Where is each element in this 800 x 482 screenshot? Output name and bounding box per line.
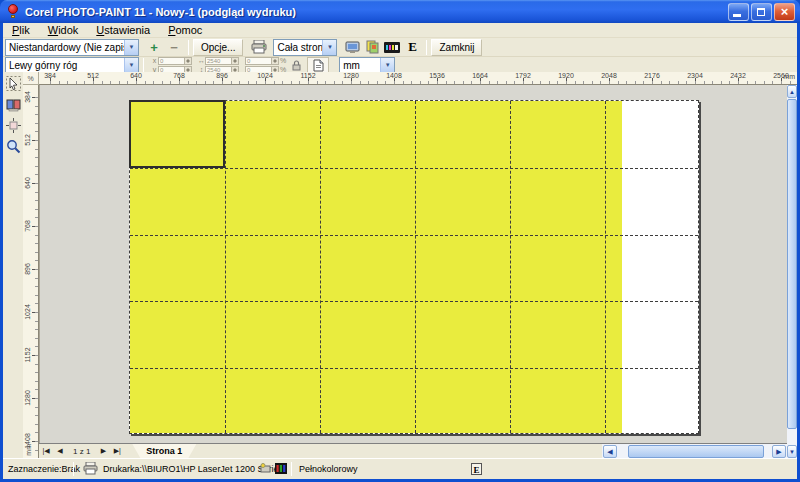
last-page-button[interactable]: ▶|: [110, 445, 124, 458]
width-field[interactable]: 2540: [205, 57, 232, 65]
lock-icon: [292, 60, 301, 71]
print-preview-toolbar: Niestandardowy (Nie zapisano usta... ▼ +…: [3, 38, 797, 57]
restore-button[interactable]: [751, 3, 772, 21]
marks-placement-tool[interactable]: [3, 115, 23, 136]
toolbar-separator: [143, 58, 144, 73]
page[interactable]: [129, 100, 699, 434]
ruler-origin-corner[interactable]: %: [23, 72, 39, 85]
vertical-scroll-thumb[interactable]: [787, 99, 797, 429]
menu-ustawienia[interactable]: Ustawienia: [87, 24, 159, 36]
minimize-icon: [733, 14, 741, 17]
minimize-button[interactable]: [728, 3, 749, 21]
print-button[interactable]: [249, 38, 269, 56]
ruler-label: 1792: [515, 72, 531, 79]
v-ruler: mm 3845126407688961024115212801408: [23, 85, 39, 458]
preview-color-toggle[interactable]: [362, 38, 382, 56]
app-icon: [6, 4, 21, 19]
profile-printer-icon: [259, 463, 272, 474]
scroll-down-icon[interactable]: ▼: [787, 445, 797, 458]
scale-x-spinner[interactable]: [272, 57, 279, 65]
ruler-label: 896: [24, 263, 31, 275]
status-separator: [291, 462, 292, 476]
printer-icon: [251, 40, 267, 54]
scroll-right-icon[interactable]: ▶: [772, 445, 786, 458]
toolbar-separator: [426, 40, 427, 55]
x-spinner[interactable]: [185, 57, 192, 65]
pick-tool-icon: [6, 76, 21, 91]
next-page-button[interactable]: ▶: [96, 445, 110, 458]
imposition-layout-icon: [6, 98, 21, 112]
units-combobox[interactable]: mm ▼: [339, 57, 395, 74]
printer-icon: [83, 462, 98, 475]
chevron-down-icon[interactable]: ▼: [124, 58, 138, 73]
zoom-tool[interactable]: [3, 136, 23, 157]
close-icon: ×: [775, 4, 794, 20]
status-bar: Zaznaczenie:Brak Drukarka:\\BIURO1\HP La…: [3, 458, 797, 479]
first-page-button[interactable]: |◀: [39, 445, 53, 458]
status-separator: [73, 462, 74, 476]
ruler-label: 512: [87, 72, 99, 79]
menu-widok[interactable]: Widok: [39, 24, 88, 36]
ruler-label: 1920: [558, 72, 574, 79]
x-label: x: [151, 57, 158, 64]
window-title: Corel PHOTO-PAINT 11 - Nowy-1 (podgląd w…: [25, 6, 728, 18]
close-button[interactable]: ×: [774, 3, 795, 21]
tab-strona-1[interactable]: Strona 1: [132, 444, 196, 458]
ruler-label: 2304: [687, 72, 703, 79]
selected-label-cell[interactable]: [129, 100, 225, 168]
scale-fields: 0 % 0 %: [245, 57, 286, 74]
magnifier-icon: [6, 139, 21, 154]
image-position-value: Lewy górny róg: [6, 60, 124, 71]
mirror-icon: E: [408, 39, 417, 55]
page-settings-button[interactable]: [307, 57, 329, 73]
previous-page-button[interactable]: ◀: [53, 445, 67, 458]
ruler-label: 2560: [773, 72, 789, 79]
horizontal-scrollbar[interactable]: ◀ ▶: [602, 443, 787, 458]
scale-x-field[interactable]: 0: [245, 57, 272, 65]
ruler-label: 640: [130, 72, 142, 79]
print-separations-toggle[interactable]: [382, 38, 402, 56]
options-button[interactable]: Opcje...: [193, 39, 243, 56]
size-fields: ↔ 2540 ↕ 2540: [198, 57, 239, 74]
scroll-left-icon[interactable]: ◀: [603, 445, 617, 458]
width-spinner[interactable]: [232, 57, 239, 65]
separations-icon: [384, 42, 400, 53]
width-icon: ↔: [198, 57, 205, 64]
image-position-combobox[interactable]: Lewy górny róg ▼: [5, 57, 139, 74]
color-profile-icon: [259, 463, 272, 474]
close-preview-button[interactable]: Zamknij: [431, 39, 482, 56]
x-position-field[interactable]: 0: [158, 57, 185, 65]
ruler-label: 640: [24, 177, 31, 189]
print-style-combobox[interactable]: Niestandardowy (Nie zapisano usta... ▼: [5, 39, 139, 56]
horizontal-scroll-thumb[interactable]: [628, 445, 764, 458]
ruler-label: 384: [24, 91, 31, 103]
ruler-label: 1280: [343, 72, 359, 79]
chevron-down-icon[interactable]: ▼: [124, 40, 138, 55]
chevron-down-icon[interactable]: ▼: [380, 58, 394, 73]
zoom-level-value: Cała strona: [274, 42, 322, 53]
menu-plik[interactable]: Plik: [3, 24, 39, 36]
tool-palette: [3, 73, 23, 458]
menu-pomoc[interactable]: Pomoc: [159, 24, 211, 36]
minus-icon: −: [170, 40, 178, 55]
printer-status: Drukarka:\\BIURO1\HP LaserJet 1200 Serie…: [103, 464, 283, 474]
save-print-style-button[interactable]: +: [144, 38, 164, 56]
imposition-layout-tool[interactable]: [3, 94, 23, 115]
mirror-toggle[interactable]: E: [402, 38, 422, 56]
percent-label: %: [280, 57, 286, 64]
preview-canvas: [39, 85, 787, 443]
ruler-label: 1408: [24, 433, 31, 449]
selection-status: Zaznaczenie:Brak: [8, 464, 80, 474]
ruler-label: 1024: [24, 304, 31, 320]
page-tab-bar: |◀ ◀ 1 z 1 ▶ ▶| Strona 1: [39, 443, 602, 458]
zoom-level-combobox[interactable]: Cała strona ▼: [273, 39, 337, 56]
ruler-label: 1408: [386, 72, 402, 79]
chevron-down-icon[interactable]: ▼: [322, 40, 336, 55]
vertical-scrollbar[interactable]: ▲ ▼: [787, 85, 797, 458]
toolbar-separator: [188, 40, 189, 55]
title-bar: Corel PHOTO-PAINT 11 - Nowy-1 (podgląd w…: [0, 0, 800, 23]
pick-tool[interactable]: [3, 73, 23, 94]
preview-image-toggle[interactable]: [342, 38, 362, 56]
delete-print-style-button[interactable]: −: [164, 38, 184, 56]
scroll-up-icon[interactable]: ▲: [787, 85, 797, 98]
